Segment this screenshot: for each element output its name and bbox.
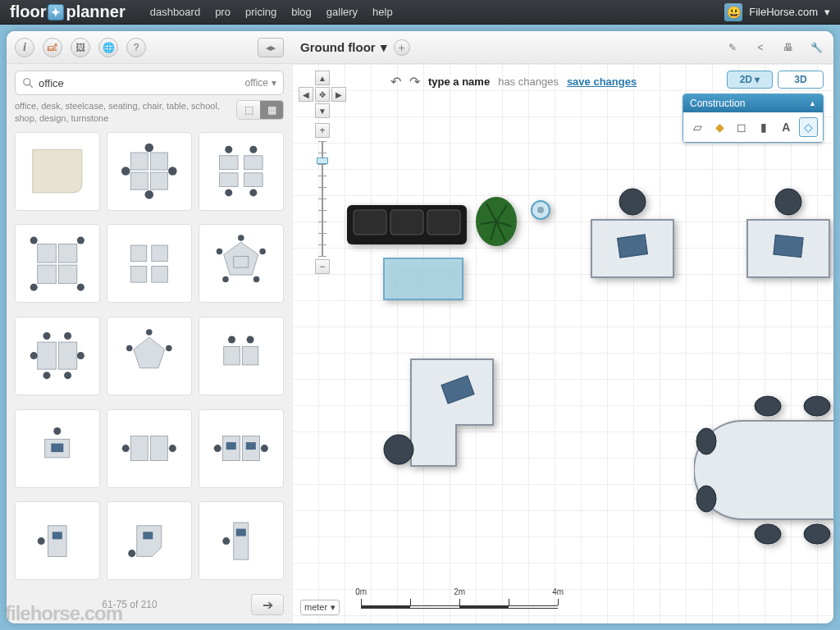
pan-right-button[interactable]: ▶ (331, 87, 346, 102)
svg-point-44 (64, 372, 71, 380)
nav-dashboard[interactable]: dashboard (150, 6, 200, 18)
top-nav: floor ✦ planner dashboard pro pricing bl… (0, 0, 840, 25)
design-name-input[interactable]: type a name (428, 75, 490, 88)
logo-text-2: planner (66, 2, 125, 21)
furniture-tile[interactable] (107, 501, 192, 580)
construction-tools: ▱ ◆ ◻ ▮ A ◇ (683, 112, 823, 142)
redo-icon[interactable]: ↷ (409, 74, 420, 89)
furniture-tile[interactable] (15, 132, 100, 211)
photos-icon[interactable]: 🖼 (71, 38, 90, 57)
tag-list: office, desk, steelcase, seating, chair,… (15, 100, 231, 126)
furniture-tile[interactable] (15, 317, 100, 395)
zoom-handle[interactable] (317, 158, 328, 164)
pan-down-button[interactable]: ▼ (315, 103, 330, 118)
room-tool-icon[interactable]: ▱ (688, 117, 707, 137)
nav-gallery[interactable]: gallery (326, 6, 358, 18)
share-icon[interactable]: < (751, 39, 769, 57)
view-grid-icon[interactable]: ▦ (260, 101, 283, 119)
furniture-tile[interactable] (199, 317, 284, 395)
user-menu[interactable]: 😃 FileHorse.com ▾ (724, 3, 830, 21)
svg-point-73 (222, 537, 230, 545)
plant-object[interactable] (474, 195, 519, 249)
category-select[interactable]: office ▾ (245, 77, 276, 89)
svg-point-0 (24, 79, 30, 85)
svg-point-33 (260, 249, 267, 255)
svg-point-34 (253, 276, 260, 282)
furniture-tile[interactable] (199, 224, 284, 303)
svg-rect-69 (143, 532, 153, 539)
nav-blog[interactable]: blog (291, 6, 312, 18)
floorplan-canvas[interactable]: ↶ ↷ type a name has changes save changes… (292, 64, 833, 623)
furniture-tile[interactable] (107, 409, 192, 488)
furniture-tile[interactable] (199, 501, 284, 580)
nav-help[interactable]: help (372, 6, 393, 18)
unit-selector[interactable]: meter ▾ (300, 600, 340, 615)
svg-point-35 (222, 276, 229, 282)
conference-table-object[interactable] (694, 388, 833, 552)
pan-left-button[interactable]: ◀ (299, 87, 313, 102)
furniture-tile[interactable] (107, 224, 192, 303)
next-page-button[interactable]: ➔ (251, 594, 284, 615)
svg-rect-29 (152, 266, 168, 282)
help-icon[interactable]: ? (126, 38, 146, 57)
collapse-icon[interactable]: ◂▸ (258, 38, 284, 57)
svg-rect-4 (130, 172, 148, 189)
undo-icon[interactable]: ↶ (390, 74, 401, 89)
svg-point-91 (804, 396, 830, 416)
surface-tool-icon[interactable]: ◇ (799, 117, 818, 137)
furniture-tile[interactable] (15, 409, 100, 488)
furniture-tile[interactable] (199, 409, 284, 488)
text-tool-icon[interactable]: A (777, 117, 796, 137)
desk-object[interactable] (579, 187, 686, 285)
furniture-icon[interactable]: 🛋 (43, 38, 62, 57)
sofa-object[interactable] (345, 203, 468, 249)
search-input[interactable] (39, 77, 245, 89)
svg-point-14 (225, 146, 232, 153)
settings-icon[interactable]: 🔧 (807, 39, 825, 57)
nav-pricing[interactable]: pricing (245, 6, 276, 18)
nav-pro[interactable]: pro (215, 6, 231, 18)
info-icon[interactable]: i (15, 38, 34, 57)
view-3d-icon[interactable]: ⬚ (237, 101, 260, 119)
zoom-in-button[interactable]: + (315, 123, 330, 138)
floor-tool-icon[interactable]: ◆ (710, 117, 729, 137)
logo-icon: ✦ (48, 4, 64, 21)
svg-point-82 (619, 189, 646, 215)
chevron-down-icon: ▾ (381, 40, 387, 55)
zoom-out-button[interactable]: − (315, 259, 330, 274)
pan-center-button[interactable]: ✥ (315, 87, 330, 102)
globe-icon[interactable]: 🌐 (98, 38, 118, 57)
zoom-track[interactable] (322, 141, 323, 256)
svg-point-32 (238, 235, 244, 241)
wall-tool-icon[interactable]: ◻ (733, 117, 751, 137)
logo[interactable]: floor ✦ planner (10, 2, 126, 21)
chevron-down-icon: ▾ (824, 6, 830, 18)
view-2d-button[interactable]: 2D ▾ (727, 71, 773, 89)
trashcan-object[interactable] (530, 199, 551, 221)
svg-point-39 (30, 353, 38, 360)
door-tool-icon[interactable]: ▮ (755, 117, 774, 137)
svg-point-22 (30, 236, 38, 244)
furniture-tile[interactable] (15, 224, 100, 303)
glass-table-object[interactable] (382, 257, 464, 302)
desk-object[interactable] (735, 187, 833, 285)
floor-selector[interactable]: Ground floor ▾ (300, 40, 387, 55)
furniture-tile[interactable] (15, 501, 100, 580)
furniture-tile[interactable] (199, 132, 284, 211)
svg-point-51 (228, 336, 235, 344)
pan-up-button[interactable]: ▲ (315, 71, 330, 85)
desk-l-object[interactable] (378, 351, 501, 474)
view-3d-button[interactable]: 3D (778, 71, 824, 89)
svg-rect-37 (38, 343, 57, 370)
svg-rect-26 (130, 245, 147, 262)
construction-panel-header[interactable]: Construction ▲ (683, 94, 823, 112)
furniture-tile[interactable] (107, 317, 192, 395)
add-floor-button[interactable]: + (394, 39, 410, 56)
export-icon[interactable]: ✎ (724, 39, 742, 57)
collapse-icon: ▲ (809, 99, 816, 107)
svg-point-65 (261, 445, 268, 452)
furniture-tile[interactable] (107, 132, 192, 211)
save-link[interactable]: save changes (567, 75, 637, 88)
print-icon[interactable]: 🖶 (779, 39, 797, 57)
svg-point-59 (169, 445, 176, 452)
